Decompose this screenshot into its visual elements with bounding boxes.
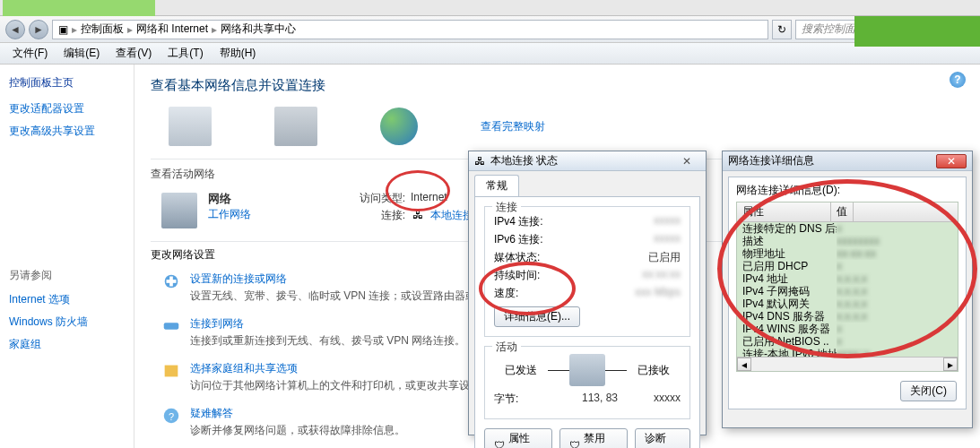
computer-icon: [169, 107, 212, 146]
sidebar-home[interactable]: 控制面板主页: [9, 75, 125, 90]
detail-dialog-title[interactable]: 网络连接详细信息 ✕: [723, 151, 972, 171]
access-type-value: Internet: [411, 191, 447, 206]
col-value: 值: [831, 202, 854, 221]
bytes-sent: 113, 83: [582, 392, 618, 404]
scroll-left-icon[interactable]: ◂: [737, 358, 751, 371]
scroll-right-icon[interactable]: ▸: [943, 358, 958, 371]
svg-rect-3: [164, 323, 179, 329]
refresh-button[interactable]: ↻: [772, 20, 792, 39]
homegroup-icon: [161, 361, 181, 381]
internet-icon: [380, 108, 418, 145]
close-icon[interactable]: ✕: [673, 155, 700, 168]
detail-dialog: 网络连接详细信息 ✕ 网络连接详细信息(D): 属性 值 连接特定的 DNS 后…: [722, 151, 973, 428]
local-connection-link[interactable]: 本地连接: [430, 208, 473, 223]
menu-tools[interactable]: 工具(T): [160, 43, 210, 64]
breadcrumb[interactable]: ▣ ▸ 控制面板 ▸ 网络和 Internet ▸ 网络和共享中心: [52, 20, 768, 39]
shield-icon: 🛡: [569, 439, 580, 449]
troubleshoot-icon: ?: [161, 406, 181, 426]
breadcrumb-network-internet[interactable]: 网络和 Internet: [136, 22, 208, 37]
building-icon: [161, 193, 197, 228]
connection-label: 连接:: [351, 208, 405, 223]
media-val: 已启用: [566, 250, 681, 265]
network-type-link[interactable]: 工作网络: [208, 207, 251, 222]
col-property: 属性: [737, 202, 831, 221]
page-title: 查看基本网络信息并设置连接: [151, 77, 964, 94]
ipv4-val: xxxxx: [566, 214, 681, 229]
disable-button[interactable]: 🛡禁用(D): [559, 428, 628, 448]
sidebar-adapter-link[interactable]: 更改适配器设置: [9, 98, 125, 120]
prop-wins: IPv4 WINS 服务器: [742, 323, 837, 335]
connect-icon: [161, 316, 181, 336]
bytes-label: 字节:: [494, 392, 566, 407]
prop-ipv4: IPv4 地址: [742, 272, 837, 285]
forward-button[interactable]: ►: [29, 20, 48, 39]
property-table[interactable]: 属性 值 连接特定的 DNS 后缀x 描述xxxxxxxx 物理地址xx-xx-…: [736, 202, 958, 372]
sidebar-internet-options[interactable]: Internet 选项: [9, 289, 125, 311]
prop-desc: 描述: [742, 235, 837, 247]
sidebar: 控制面板主页 更改适配器设置 更改高级共享设置 另请参阅 Internet 选项…: [0, 65, 134, 448]
new-conn-icon: [161, 271, 181, 291]
prop-dns: IPv4 DNS 服务器: [742, 310, 837, 323]
group-connection-label: 连接: [492, 200, 521, 215]
task-homegroup[interactable]: 选择家庭组和共享选项: [190, 361, 491, 376]
back-button[interactable]: ◄: [5, 20, 25, 39]
network-icon: [274, 107, 317, 146]
sidebar-firewall[interactable]: Windows 防火墙: [9, 311, 125, 333]
prop-mac: 物理地址: [742, 247, 837, 260]
menu-bar: 文件(F) 编辑(E) 查看(V) 工具(T) 帮助(H): [0, 43, 980, 65]
address-bar: ◄ ► ▣ ▸ 控制面板 ▸ 网络和 Internet ▸ 网络和共享中心 ↻ …: [0, 16, 980, 43]
media-label: 媒体状态:: [494, 250, 566, 265]
duration-label: 持续时间:: [494, 268, 566, 283]
access-type-label: 访问类型:: [351, 191, 405, 206]
task-troubleshoot[interactable]: 疑难解答: [190, 406, 405, 421]
status-dialog-title[interactable]: 🖧本地连接 状态 ✕: [469, 151, 706, 171]
sidebar-advshare-link[interactable]: 更改高级共享设置: [9, 120, 125, 142]
duration-val: xx:xx:xx: [566, 268, 681, 283]
breadcrumb-control-panel[interactable]: 控制面板: [81, 22, 124, 37]
prop-gateway: IPv4 默认网关: [742, 297, 837, 310]
nic-icon: 🖧: [474, 155, 485, 168]
close-button[interactable]: 关闭(C): [900, 381, 957, 401]
sidebar-homegroup[interactable]: 家庭组: [9, 333, 125, 356]
menu-help[interactable]: 帮助(H): [212, 43, 264, 64]
prop-dns-suffix: 连接特定的 DNS 后缀: [742, 222, 837, 235]
close-icon[interactable]: ✕: [936, 154, 967, 168]
breadcrumb-network-center[interactable]: 网络和共享中心: [221, 22, 296, 37]
prop-netbios: 已启用 NetBIOS ..: [742, 335, 837, 348]
detail-header: 网络连接详细信息(D):: [736, 183, 958, 198]
diagnose-button[interactable]: 诊断(G): [635, 428, 690, 448]
ipv6-val: xxxxx: [566, 232, 681, 247]
task-homegroup-desc: 访问位于其他网络计算机上的文件和打印机，或更改共享设置。: [190, 378, 491, 393]
svg-rect-2: [167, 280, 177, 283]
connection-icon: 🖧: [411, 208, 425, 222]
task-connect[interactable]: 连接到网络: [190, 316, 465, 332]
details-button[interactable]: 详细信息(E)...: [494, 306, 580, 327]
prop-mask: IPv4 子网掩码: [742, 285, 837, 297]
h-scrollbar[interactable]: ◂ ▸: [737, 357, 958, 371]
activity-icon: [569, 354, 605, 386]
prop-dhcp: 已启用 DHCP: [742, 260, 837, 272]
speed-label: 速度:: [494, 286, 566, 301]
task-troubleshoot-desc: 诊断并修复网络问题，或获得故障排除信息。: [190, 423, 405, 438]
ipv4-label: IPv4 连接:: [494, 214, 566, 229]
active-net-label: 查看活动网络: [151, 167, 215, 182]
status-dialog: 🖧本地连接 状态 ✕ 常规 连接 IPv4 连接:xxxxx IPv6 连接:x…: [468, 151, 707, 435]
shield-icon: 🛡: [494, 439, 505, 449]
svg-rect-4: [165, 366, 178, 377]
ipv6-label: IPv6 连接:: [494, 232, 566, 247]
network-name: 网络: [208, 191, 251, 207]
see-also-label: 另请参阅: [9, 268, 125, 283]
speed-val: xxx Mbps: [566, 286, 681, 301]
recv-label: 已接收: [627, 363, 681, 378]
menu-edit[interactable]: 编辑(E): [56, 43, 107, 64]
help-icon[interactable]: ?: [950, 72, 966, 88]
svg-text:?: ?: [169, 411, 174, 422]
menu-view[interactable]: 查看(V): [108, 43, 159, 64]
view-full-map-link[interactable]: 查看完整映射: [481, 119, 545, 134]
group-activity-label: 活动: [492, 340, 521, 355]
properties-button[interactable]: 🛡属性(P): [484, 428, 552, 448]
task-connect-desc: 连接到或重新连接到无线、有线、拨号或 VPN 网络连接。: [190, 333, 465, 349]
tab-general[interactable]: 常规: [474, 175, 519, 196]
sent-label: 已发送: [494, 363, 548, 378]
menu-file[interactable]: 文件(F): [5, 43, 55, 64]
